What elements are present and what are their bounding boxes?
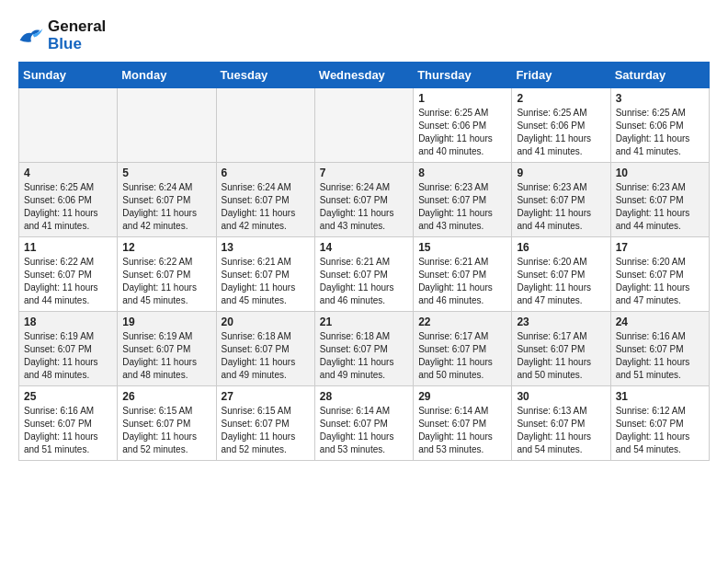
day-number: 16 — [517, 241, 605, 254]
day-number: 2 — [517, 92, 605, 105]
day-cell: 28Sunrise: 6:14 AM Sunset: 6:07 PM Dayli… — [314, 386, 413, 461]
day-info: Sunrise: 6:17 AM Sunset: 6:07 PM Dayligh… — [517, 330, 605, 382]
day-cell: 22Sunrise: 6:17 AM Sunset: 6:07 PM Dayli… — [414, 312, 512, 386]
day-number: 1 — [418, 92, 506, 105]
day-cell: 7Sunrise: 6:24 AM Sunset: 6:07 PM Daylig… — [314, 163, 413, 237]
day-info: Sunrise: 6:23 AM Sunset: 6:07 PM Dayligh… — [616, 181, 704, 233]
day-info: Sunrise: 6:20 AM Sunset: 6:07 PM Dayligh… — [517, 256, 605, 307]
day-cell: 31Sunrise: 6:12 AM Sunset: 6:07 PM Dayli… — [610, 386, 709, 461]
logo-general: General — [48, 17, 106, 35]
day-cell: 10Sunrise: 6:23 AM Sunset: 6:07 PM Dayli… — [610, 163, 709, 237]
day-info: Sunrise: 6:17 AM Sunset: 6:07 PM Dayligh… — [418, 330, 506, 382]
day-info: Sunrise: 6:19 AM Sunset: 6:07 PM Dayligh… — [122, 330, 210, 382]
day-cell: 18Sunrise: 6:19 AM Sunset: 6:07 PM Dayli… — [19, 312, 118, 386]
day-info: Sunrise: 6:25 AM Sunset: 6:06 PM Dayligh… — [616, 107, 704, 158]
day-info: Sunrise: 6:13 AM Sunset: 6:07 PM Dayligh… — [517, 405, 605, 456]
week-row-4: 18Sunrise: 6:19 AM Sunset: 6:07 PM Dayli… — [19, 312, 710, 386]
day-cell: 1Sunrise: 6:25 AM Sunset: 6:06 PM Daylig… — [414, 88, 512, 163]
day-cell: 9Sunrise: 6:23 AM Sunset: 6:07 PM Daylig… — [512, 163, 610, 237]
day-number: 5 — [122, 167, 210, 179]
logo-blue: Blue — [48, 35, 82, 52]
logo-icon — [18, 26, 44, 46]
day-number: 21 — [320, 316, 408, 328]
day-info: Sunrise: 6:25 AM Sunset: 6:06 PM Dayligh… — [24, 181, 112, 233]
day-info: Sunrise: 6:25 AM Sunset: 6:06 PM Dayligh… — [418, 107, 506, 158]
day-cell: 4Sunrise: 6:25 AM Sunset: 6:06 PM Daylig… — [19, 163, 118, 237]
day-cell: 26Sunrise: 6:15 AM Sunset: 6:07 PM Dayli… — [118, 386, 216, 461]
day-number: 4 — [24, 167, 112, 179]
day-info: Sunrise: 6:15 AM Sunset: 6:07 PM Dayligh… — [222, 405, 310, 456]
day-number: 12 — [122, 241, 210, 254]
day-cell: 19Sunrise: 6:19 AM Sunset: 6:07 PM Dayli… — [118, 312, 216, 386]
day-cell: 13Sunrise: 6:21 AM Sunset: 6:07 PM Dayli… — [216, 237, 314, 312]
day-cell — [19, 88, 118, 163]
day-info: Sunrise: 6:16 AM Sunset: 6:07 PM Dayligh… — [24, 405, 112, 456]
day-number: 6 — [222, 167, 310, 179]
day-info: Sunrise: 6:25 AM Sunset: 6:06 PM Dayligh… — [517, 107, 605, 158]
day-info: Sunrise: 6:22 AM Sunset: 6:07 PM Dayligh… — [122, 256, 210, 307]
day-number: 26 — [122, 390, 210, 403]
day-info: Sunrise: 6:23 AM Sunset: 6:07 PM Dayligh… — [517, 181, 605, 233]
day-cell — [118, 88, 216, 163]
weekday-header-row: SundayMondayTuesdayWednesdayThursdayFrid… — [19, 63, 710, 88]
day-cell: 23Sunrise: 6:17 AM Sunset: 6:07 PM Dayli… — [512, 312, 610, 386]
day-info: Sunrise: 6:14 AM Sunset: 6:07 PM Dayligh… — [418, 405, 506, 456]
day-info: Sunrise: 6:19 AM Sunset: 6:07 PM Dayligh… — [24, 330, 112, 382]
day-info: Sunrise: 6:24 AM Sunset: 6:07 PM Dayligh… — [320, 181, 408, 233]
weekday-header-thursday: Thursday — [414, 63, 512, 88]
week-row-3: 11Sunrise: 6:22 AM Sunset: 6:07 PM Dayli… — [19, 237, 710, 312]
day-info: Sunrise: 6:24 AM Sunset: 6:07 PM Dayligh… — [122, 181, 210, 233]
day-number: 13 — [222, 241, 310, 254]
day-number: 24 — [616, 316, 704, 328]
weekday-header-friday: Friday — [512, 63, 610, 88]
weekday-header-saturday: Saturday — [610, 63, 709, 88]
day-cell: 15Sunrise: 6:21 AM Sunset: 6:07 PM Dayli… — [414, 237, 512, 312]
day-cell: 2Sunrise: 6:25 AM Sunset: 6:06 PM Daylig… — [512, 88, 610, 163]
day-number: 10 — [616, 167, 704, 179]
day-info: Sunrise: 6:16 AM Sunset: 6:07 PM Dayligh… — [616, 330, 704, 382]
day-info: Sunrise: 6:18 AM Sunset: 6:07 PM Dayligh… — [320, 330, 408, 382]
day-number: 25 — [24, 390, 112, 403]
day-info: Sunrise: 6:12 AM Sunset: 6:07 PM Dayligh… — [616, 405, 704, 456]
page-header: General Blue — [18, 18, 710, 52]
day-info: Sunrise: 6:21 AM Sunset: 6:07 PM Dayligh… — [418, 256, 506, 307]
day-number: 3 — [616, 92, 704, 105]
day-cell: 25Sunrise: 6:16 AM Sunset: 6:07 PM Dayli… — [19, 386, 118, 461]
day-number: 29 — [418, 390, 506, 403]
day-info: Sunrise: 6:18 AM Sunset: 6:07 PM Dayligh… — [222, 330, 310, 382]
day-cell: 3Sunrise: 6:25 AM Sunset: 6:06 PM Daylig… — [610, 88, 709, 163]
day-cell: 29Sunrise: 6:14 AM Sunset: 6:07 PM Dayli… — [414, 386, 512, 461]
day-number: 9 — [517, 167, 605, 179]
weekday-header-sunday: Sunday — [19, 63, 118, 88]
day-number: 31 — [616, 390, 704, 403]
day-info: Sunrise: 6:14 AM Sunset: 6:07 PM Dayligh… — [320, 405, 408, 456]
day-cell — [216, 88, 314, 163]
day-number: 30 — [517, 390, 605, 403]
day-cell: 27Sunrise: 6:15 AM Sunset: 6:07 PM Dayli… — [216, 386, 314, 461]
day-number: 11 — [24, 241, 112, 254]
day-cell: 6Sunrise: 6:24 AM Sunset: 6:07 PM Daylig… — [216, 163, 314, 237]
day-number: 28 — [320, 390, 408, 403]
day-cell: 5Sunrise: 6:24 AM Sunset: 6:07 PM Daylig… — [118, 163, 216, 237]
day-number: 17 — [616, 241, 704, 254]
day-cell: 14Sunrise: 6:21 AM Sunset: 6:07 PM Dayli… — [314, 237, 413, 312]
day-number: 23 — [517, 316, 605, 328]
day-number: 27 — [222, 390, 310, 403]
day-cell: 20Sunrise: 6:18 AM Sunset: 6:07 PM Dayli… — [216, 312, 314, 386]
day-cell: 16Sunrise: 6:20 AM Sunset: 6:07 PM Dayli… — [512, 237, 610, 312]
calendar-table: SundayMondayTuesdayWednesdayThursdayFrid… — [18, 62, 710, 461]
day-info: Sunrise: 6:21 AM Sunset: 6:07 PM Dayligh… — [222, 256, 310, 307]
day-cell: 24Sunrise: 6:16 AM Sunset: 6:07 PM Dayli… — [610, 312, 709, 386]
week-row-5: 25Sunrise: 6:16 AM Sunset: 6:07 PM Dayli… — [19, 386, 710, 461]
day-number: 18 — [24, 316, 112, 328]
day-cell: 17Sunrise: 6:20 AM Sunset: 6:07 PM Dayli… — [610, 237, 709, 312]
logo: General Blue — [18, 18, 106, 52]
day-cell: 8Sunrise: 6:23 AM Sunset: 6:07 PM Daylig… — [414, 163, 512, 237]
week-row-2: 4Sunrise: 6:25 AM Sunset: 6:06 PM Daylig… — [19, 163, 710, 237]
weekday-header-tuesday: Tuesday — [216, 63, 314, 88]
day-cell — [314, 88, 413, 163]
day-number: 15 — [418, 241, 506, 254]
weekday-header-wednesday: Wednesday — [314, 63, 413, 88]
day-info: Sunrise: 6:20 AM Sunset: 6:07 PM Dayligh… — [616, 256, 704, 307]
weekday-header-monday: Monday — [118, 63, 216, 88]
